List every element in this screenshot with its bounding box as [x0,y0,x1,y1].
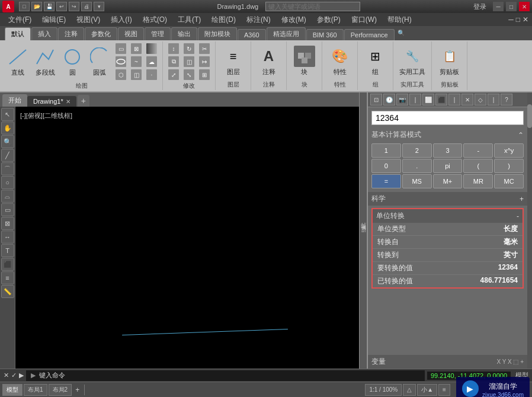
maximize-button[interactable]: □ [506,2,517,11]
tool-wipe[interactable]: ◫ [129,69,143,81]
btn-mplus[interactable]: M+ [433,174,463,188]
btn-mc[interactable]: MC [494,174,524,188]
calc-tool-6[interactable]: ⬛ [435,94,447,105]
tool-annotation[interactable]: A 注释 [256,44,282,78]
tool-utils[interactable]: 🔧 实用工具 [397,44,428,78]
calc-tool-2[interactable]: 🕐 [383,94,395,105]
menu-file[interactable]: 文件(F) [4,14,36,26]
tool-array[interactable]: ⊞ [197,69,211,81]
calc-scrollbar[interactable] [527,92,532,369]
tool-measure[interactable]: 📏 [1,285,14,298]
tool-block2[interactable]: ⬛ [1,258,14,271]
annotation-scale[interactable]: △ [403,384,416,396]
tab-drawing1[interactable]: Drawing1* ✕ [27,96,76,107]
calc-tool-1[interactable]: ⊡ [370,94,382,105]
menu-annotate[interactable]: 标注(N) [242,14,275,26]
tool-arc2[interactable]: ⌓ [1,190,14,203]
btn-2[interactable]: 2 [402,143,432,158]
btn-3[interactable]: 3 [433,143,463,158]
btn-minus[interactable]: - [463,143,493,158]
calc-tool-4[interactable]: | [409,94,421,105]
minimize-button[interactable]: ─ [493,2,504,11]
tool-mirror[interactable]: ◫ [182,56,196,68]
layout-1[interactable]: 布局1 [24,384,47,396]
tool-move[interactable]: ↕ [166,43,181,55]
menu-modify[interactable]: 修改(M) [277,14,311,26]
title-icon-save[interactable]: 💾 [44,2,55,11]
calc-collapse-strip[interactable]: ◀ 脚 绘 提 [359,92,367,369]
app-min-btn[interactable]: ─ [508,15,514,24]
menu-help[interactable]: 帮助(H) [383,14,416,26]
tool-layer[interactable]: ≡ 图层 [220,44,246,78]
title-icon-open[interactable]: 📂 [31,2,42,11]
sync-scale[interactable]: 小▲ [417,384,437,396]
tool-gradient[interactable] [145,43,159,55]
calc-display[interactable]: 12364 [371,111,524,125]
tool-properties[interactable]: 🎨 特性 [327,44,353,78]
btn-lparen[interactable]: ( [463,159,493,173]
tool-pan[interactable]: ✋ [1,121,14,135]
menu-params[interactable]: 参数(P) [312,14,345,26]
title-icon-print[interactable]: 🖨 [81,2,92,11]
tab-annotate[interactable]: 注释 [58,27,84,40]
tool-dim[interactable]: ↔ [1,230,14,244]
btn-1[interactable]: 1 [371,143,401,158]
tool-select[interactable]: ↖ [1,108,14,121]
tool-spline[interactable]: ~ [129,56,143,68]
menu-format[interactable]: 格式(O) [138,14,172,26]
menu-insert[interactable]: 插入(I) [106,14,136,26]
science-section[interactable]: 科学 + [368,192,527,206]
tab-default[interactable]: 默认 [5,27,31,40]
tool-circle[interactable]: 圆 [59,44,85,79]
tool-region[interactable]: ⬡ [114,69,128,81]
user-login[interactable]: 登录 [473,2,486,11]
tab-insert[interactable]: 插入 [31,27,57,40]
layout-2[interactable]: 布局2 [49,384,72,396]
mode-expand-icon[interactable]: ⌃ [518,131,524,139]
menu-edit[interactable]: 编辑(E) [37,14,70,26]
tab-view[interactable]: 视图 [118,27,144,40]
tab-bim360[interactable]: BIM 360 [306,29,344,40]
calc-tool-5[interactable]: ⬜ [422,94,434,105]
tool-draw-poly[interactable]: ⌒ [1,162,14,175]
tab-close-icon[interactable]: ✕ [66,98,70,105]
tab-add-button[interactable]: + [78,95,89,107]
zoom-scale[interactable]: 1:1 / 100% [365,384,402,396]
layout-model[interactable]: 模型 [2,384,23,396]
tool-clipboard[interactable]: 📋 剪贴板 [437,44,463,78]
calc-tool-7[interactable]: | [448,94,460,105]
app-max-btn[interactable]: □ [516,15,520,24]
tool-rotate[interactable]: ↻ [182,43,196,55]
app-close-btn[interactable]: ✕ [523,15,528,24]
title-icon-more[interactable]: ▾ [94,2,104,11]
title-icon-redo[interactable]: ↪ [69,2,79,11]
tool-attrib[interactable]: ≡ [1,271,14,284]
tool-rect2[interactable]: ▭ [1,203,14,216]
tab-start[interactable]: 开始 [2,94,27,107]
search-input[interactable] [265,2,360,11]
tab-performance[interactable]: Performance [344,29,395,40]
calc-tool-3[interactable]: 📷 [396,94,408,105]
btm-add-icon[interactable]: + [73,386,82,394]
tool-zoom[interactable]: 🔍 [1,135,14,148]
btn-rparen[interactable]: ) [494,159,524,173]
tool-ellipse[interactable] [114,56,128,68]
tool-polyline[interactable]: 多段线 [32,44,58,79]
ribbon-search-icon[interactable]: 🔍 [398,30,411,40]
tool-revcloud[interactable]: ☁ [145,56,159,68]
btn-mr[interactable]: MR [463,174,493,188]
tool-extend[interactable]: ↦ [197,56,211,68]
tab-manage[interactable]: 管理 [145,27,171,40]
science-expand-icon[interactable]: + [520,195,524,203]
tool-rect[interactable]: ▭ [114,43,128,55]
menu-draw[interactable]: 绘图(D) [207,14,241,26]
tool-trim[interactable]: ✂ [197,43,211,55]
menu-tools[interactable]: 工具(T) [173,14,206,26]
tool-text[interactable]: T [1,244,14,257]
close-button[interactable]: ✕ [519,2,530,11]
calc-tool-9[interactable]: ◇ [475,94,486,105]
tool-hatch[interactable]: ⊠ [129,43,143,55]
tool-hatch2[interactable]: ⊠ [1,217,14,230]
tool-scale[interactable]: ⤡ [182,69,196,81]
calc-tool-10[interactable]: | [488,94,499,105]
